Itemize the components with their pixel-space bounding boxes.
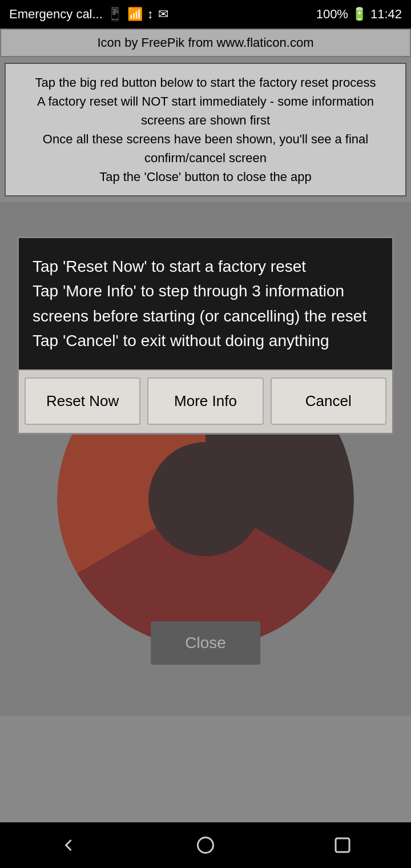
nav-bar	[0, 822, 411, 868]
url-text: Icon by FreePik from www.flaticon.com	[97, 35, 313, 50]
battery-icon: 🔋	[352, 7, 367, 22]
dialog: Tap 'Reset Now' to start a factory reset…	[17, 236, 394, 435]
info-line-2: A factory reset will NOT start immediate…	[15, 92, 396, 130]
wifi-icon: 📶	[127, 7, 143, 22]
battery-text: 100%	[316, 7, 348, 22]
dialog-message: Tap 'Reset Now' to start a factory reset…	[19, 238, 392, 369]
more-info-button[interactable]: More Info	[147, 377, 263, 425]
sim-icon: 📱	[107, 7, 123, 22]
time-text: 11:42	[370, 7, 402, 22]
info-line-3: Once all these screens have been shown, …	[15, 130, 396, 167]
reset-now-button[interactable]: Reset Now	[25, 377, 140, 425]
recent-apps-button[interactable]	[332, 835, 353, 855]
emergency-call-text: Emergency cal...	[9, 7, 103, 22]
dialog-overlay: Tap 'Reset Now' to start a factory reset…	[0, 202, 411, 716]
main-area: Tap 'Reset Now' to start a factory reset…	[0, 202, 411, 716]
status-left: Emergency cal... 📱 📶 ↕ ✉	[9, 7, 168, 22]
back-button[interactable]	[58, 835, 79, 855]
dialog-text: Tap 'Reset Now' to start a factory reset…	[33, 258, 366, 349]
info-line-1: Tap the big red button below to start th…	[15, 73, 396, 92]
status-right: 100% 🔋 11:42	[316, 7, 402, 22]
cancel-button[interactable]: Cancel	[271, 377, 386, 425]
signal-icon: ↕	[147, 7, 154, 22]
home-button[interactable]	[195, 835, 216, 855]
dialog-buttons: Reset Now More Info Cancel	[19, 369, 392, 433]
status-bar: Emergency cal... 📱 📶 ↕ ✉ 100% 🔋 11:42	[0, 0, 411, 29]
url-bar[interactable]: Icon by FreePik from www.flaticon.com	[0, 29, 411, 57]
svg-point-0	[198, 838, 213, 853]
info-line-4: Tap the 'Close' button to close the app	[15, 167, 396, 186]
svg-rect-1	[336, 838, 349, 852]
email-icon: ✉	[158, 7, 168, 22]
info-box: Tap the big red button below to start th…	[5, 63, 406, 196]
